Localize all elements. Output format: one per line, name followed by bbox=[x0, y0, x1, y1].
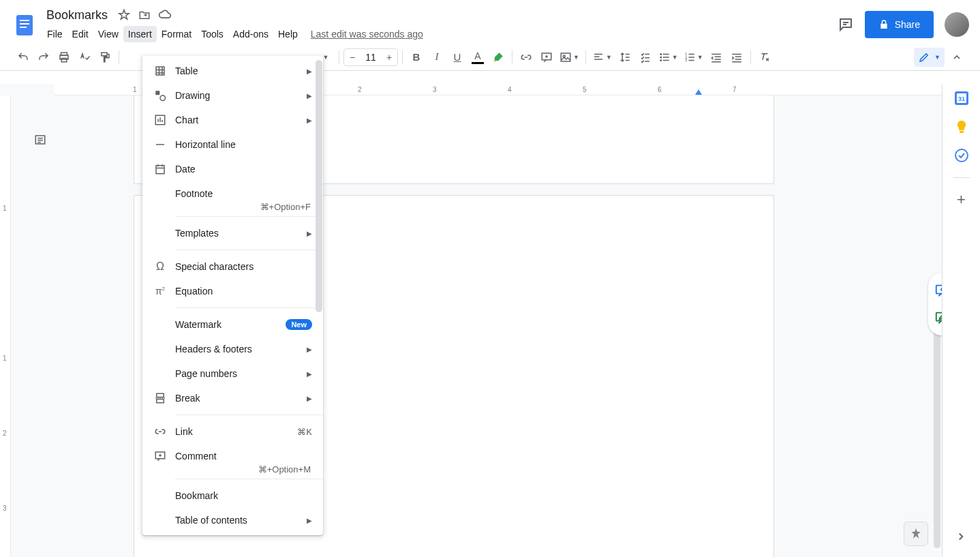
underline-icon[interactable]: U bbox=[448, 48, 467, 67]
insert-image-icon[interactable]: ▼ bbox=[557, 48, 581, 67]
svg-rect-25 bbox=[157, 400, 164, 403]
submenu-arrow-icon: ▶ bbox=[307, 117, 312, 124]
menu-item-label: Table bbox=[175, 65, 301, 76]
last-edit-link[interactable]: Last edit was seconds ago bbox=[311, 29, 423, 40]
menu-edit[interactable]: Edit bbox=[67, 26, 93, 42]
menu-item-horizontal-line[interactable]: Horizontal line bbox=[142, 132, 323, 157]
highlight-color-icon[interactable] bbox=[489, 48, 508, 67]
submenu-arrow-icon: ▶ bbox=[307, 395, 312, 402]
add-comment-floating-icon[interactable] bbox=[928, 277, 942, 304]
omega-icon: Ω bbox=[153, 260, 167, 273]
menu-item-link[interactable]: Link⌘K bbox=[142, 419, 323, 444]
get-addons-icon[interactable]: + bbox=[955, 193, 968, 207]
menu-item-footnote[interactable]: Footnote bbox=[142, 181, 323, 206]
svg-rect-8 bbox=[561, 53, 570, 61]
ruler-tick: 7 bbox=[733, 86, 737, 93]
menu-item-comment[interactable]: Comment bbox=[142, 444, 323, 468]
calendar-app-icon[interactable]: 31 bbox=[955, 91, 968, 105]
paint-format-icon[interactable] bbox=[95, 48, 114, 67]
outdent-icon[interactable] bbox=[707, 48, 726, 67]
align-icon[interactable]: ▼ bbox=[590, 48, 614, 67]
checklist-icon[interactable] bbox=[636, 48, 655, 67]
menu-item-special-characters[interactable]: ΩSpecial characters bbox=[142, 254, 323, 279]
menu-item-page-numbers[interactable]: Page numbers▶ bbox=[142, 361, 323, 386]
menu-item-date[interactable]: Date bbox=[142, 157, 323, 181]
vertical-ruler[interactable]: 1 1 2 3 bbox=[0, 95, 11, 557]
collapse-toolbar-icon[interactable] bbox=[947, 48, 966, 67]
menu-item-chart[interactable]: Chart▶ bbox=[142, 108, 323, 132]
menu-item-headers-footers[interactable]: Headers & footers▶ bbox=[142, 337, 323, 361]
table-icon bbox=[153, 64, 167, 78]
clear-formatting-icon[interactable] bbox=[755, 48, 774, 67]
menu-item-drawing[interactable]: Drawing▶ bbox=[142, 83, 323, 108]
menu-item-label: Headers & footers bbox=[175, 344, 301, 355]
open-comments-icon[interactable] bbox=[832, 11, 859, 38]
insert-link-icon[interactable] bbox=[517, 48, 536, 67]
ruler-tick: 1 bbox=[3, 355, 7, 362]
ruler-tick: 4 bbox=[508, 86, 512, 93]
menu-tools[interactable]: Tools bbox=[196, 26, 228, 42]
print-icon[interactable] bbox=[55, 48, 74, 67]
vertical-scrollbar[interactable] bbox=[934, 310, 940, 548]
suggest-edits-floating-icon[interactable] bbox=[928, 304, 942, 331]
font-size-input[interactable] bbox=[361, 51, 381, 63]
menu-item-bookmark[interactable]: Bookmark bbox=[142, 483, 323, 508]
svg-rect-3 bbox=[20, 27, 27, 28]
font-size-increase[interactable]: + bbox=[381, 49, 397, 65]
account-avatar[interactable] bbox=[945, 12, 969, 37]
menu-file[interactable]: File bbox=[42, 26, 67, 42]
cloud-status-icon[interactable] bbox=[157, 7, 173, 23]
submenu-arrow-icon: ▶ bbox=[307, 346, 312, 353]
text-color-icon[interactable]: A bbox=[468, 48, 487, 67]
side-panel: 31 + bbox=[942, 85, 980, 557]
keep-app-icon[interactable] bbox=[955, 120, 968, 134]
menu-item-label: Chart bbox=[175, 115, 301, 125]
menu-help[interactable]: Help bbox=[273, 26, 303, 42]
hide-sidepanel-icon[interactable] bbox=[951, 527, 970, 546]
docs-home-icon[interactable] bbox=[11, 11, 38, 38]
line-spacing-icon[interactable] bbox=[615, 48, 634, 67]
font-size-decrease[interactable]: − bbox=[344, 49, 361, 65]
menu-item-label: Special characters bbox=[175, 261, 312, 272]
move-icon[interactable] bbox=[136, 7, 153, 23]
svg-point-12 bbox=[660, 59, 662, 61]
menu-item-break[interactable]: Break▶ bbox=[142, 386, 323, 410]
menu-item-templates[interactable]: Templates▶ bbox=[142, 221, 323, 245]
menu-format[interactable]: Format bbox=[157, 26, 196, 42]
indent-icon[interactable] bbox=[727, 48, 746, 67]
ruler-tick: 2 bbox=[3, 430, 7, 437]
menu-item-table-of-contents[interactable]: Table of contents▶ bbox=[142, 508, 323, 532]
document-title[interactable]: Bookmarks bbox=[42, 7, 112, 24]
menu-item-equation[interactable]: π2Equation bbox=[142, 279, 323, 303]
bullet-list-icon[interactable]: ▼ bbox=[656, 48, 680, 67]
menu-insert[interactable]: Insert bbox=[123, 26, 157, 42]
undo-icon[interactable] bbox=[14, 48, 33, 67]
svg-point-11 bbox=[660, 56, 662, 58]
menu-item-label: Footnote bbox=[175, 188, 312, 199]
menu-item-watermark[interactable]: WatermarkNew bbox=[142, 312, 323, 337]
redo-icon[interactable] bbox=[34, 48, 53, 67]
menu-item-label: Templates bbox=[175, 228, 301, 239]
menu-item-table[interactable]: Table▶ bbox=[142, 59, 323, 83]
ruler-tick: 6 bbox=[658, 86, 662, 93]
floating-comment-toolbar bbox=[928, 273, 942, 335]
menu-view[interactable]: View bbox=[93, 26, 123, 42]
ruler-tick: 1 bbox=[3, 205, 7, 212]
submenu-arrow-icon: ▶ bbox=[307, 92, 312, 100]
explore-icon[interactable] bbox=[904, 522, 928, 546]
star-icon[interactable] bbox=[116, 7, 132, 23]
numbered-list-icon[interactable]: 123▼ bbox=[682, 48, 705, 67]
italic-icon[interactable]: I bbox=[427, 48, 446, 67]
spellcheck-icon[interactable] bbox=[75, 48, 94, 67]
tasks-app-icon[interactable] bbox=[955, 149, 968, 162]
share-button[interactable]: Share bbox=[865, 11, 934, 38]
submenu-arrow-icon: ▶ bbox=[307, 517, 312, 524]
editing-mode-button[interactable]: ▼ bbox=[914, 48, 945, 67]
svg-rect-23 bbox=[156, 166, 164, 174]
share-button-label: Share bbox=[895, 19, 920, 30]
document-outline-icon[interactable] bbox=[30, 130, 50, 150]
add-comment-icon[interactable] bbox=[537, 48, 556, 67]
submenu-arrow-icon: ▶ bbox=[307, 370, 312, 378]
menu-addons[interactable]: Add-ons bbox=[228, 26, 273, 42]
bold-icon[interactable]: B bbox=[407, 48, 426, 67]
